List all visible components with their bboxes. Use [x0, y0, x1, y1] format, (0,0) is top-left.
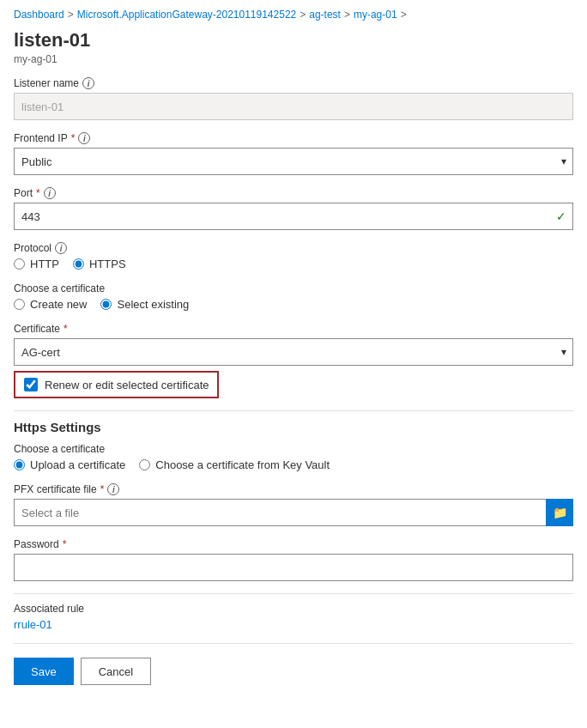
breadcrumb-app-gateway[interactable]: Microsoft.ApplicationGateway-20210119142…	[77, 9, 297, 21]
renew-checkbox-label[interactable]: Renew or edit selected certificate	[45, 379, 209, 391]
page-title: listen-01	[0, 26, 587, 53]
pfx-file-input-wrapper: 📁	[14, 499, 573, 526]
cert-create-new-label: Create new	[30, 298, 87, 311]
pfx-file-input[interactable]	[14, 499, 546, 526]
upload-cert-option[interactable]: Upload a certificate	[14, 458, 125, 471]
folder-icon: 📁	[553, 506, 567, 519]
certificate-select-wrapper: AG-cert ▾	[14, 338, 573, 366]
divider-2	[14, 593, 573, 594]
form-container: Listener name i listen-01 Frontend IP * …	[0, 74, 587, 699]
frontend-ip-label: Frontend IP * i	[14, 132, 573, 144]
protocol-http-label: HTTP	[30, 258, 59, 270]
associated-rule-label: Associated rule	[14, 603, 573, 615]
port-input-wrapper: ✓	[14, 203, 573, 230]
choose-cert-label: Choose a certificate	[14, 282, 573, 294]
protocol-https-radio[interactable]	[73, 258, 84, 270]
https-choose-cert-label: Choose a certificate	[14, 443, 573, 455]
pfx-file-info-icon[interactable]: i	[107, 483, 119, 495]
associated-rule-link[interactable]: rrule-01	[14, 618, 52, 631]
password-label: Password *	[14, 538, 573, 550]
frontend-ip-select-wrapper: Public Private ▾	[14, 148, 573, 175]
breadcrumb-sep-4: >	[401, 9, 407, 21]
listener-name-readonly: listen-01	[14, 93, 573, 120]
port-info-icon[interactable]: i	[44, 187, 56, 199]
frontend-ip-info-icon[interactable]: i	[78, 132, 90, 144]
cert-create-new-option[interactable]: Create new	[14, 298, 87, 311]
cert-create-new-radio[interactable]	[14, 299, 25, 310]
key-vault-cert-radio[interactable]	[139, 459, 150, 470]
certificate-label: Certificate *	[14, 323, 573, 335]
breadcrumb-sep-2: >	[300, 9, 306, 21]
upload-cert-label: Upload a certificate	[30, 458, 125, 471]
breadcrumb-dashboard[interactable]: Dashboard	[14, 9, 64, 21]
renew-checkbox-row: Renew or edit selected certificate	[14, 371, 219, 398]
https-cert-options: Upload a certificate Choose a certificat…	[14, 458, 573, 471]
protocol-group: Protocol i HTTP HTTPS	[14, 242, 573, 270]
breadcrumb-ag-test[interactable]: ag-test	[309, 9, 341, 21]
port-check-icon: ✓	[556, 209, 566, 223]
protocol-http-option[interactable]: HTTP	[14, 258, 59, 270]
protocol-https-label: HTTPS	[89, 258, 126, 270]
associated-rule-group: Associated rule rrule-01	[14, 603, 573, 631]
frontend-ip-group: Frontend IP * i Public Private ▾	[14, 132, 573, 175]
protocol-label: Protocol i	[14, 242, 573, 254]
pfx-file-browse-button[interactable]: 📁	[546, 499, 573, 526]
cert-select-existing-radio[interactable]	[100, 299, 112, 310]
listener-name-info-icon[interactable]: i	[82, 77, 94, 89]
key-vault-cert-label: Choose a certificate from Key Vault	[155, 458, 330, 471]
password-group: Password *	[14, 538, 573, 581]
cert-select-existing-label: Select existing	[117, 298, 189, 311]
cancel-button[interactable]: Cancel	[81, 658, 151, 685]
cert-select-existing-option[interactable]: Select existing	[100, 298, 189, 311]
protocol-options: HTTP HTTPS	[14, 258, 573, 270]
https-settings-heading: Https Settings	[14, 420, 573, 434]
renew-checkbox[interactable]	[24, 378, 38, 391]
action-bar: Save Cancel	[14, 658, 573, 685]
key-vault-cert-option[interactable]: Choose a certificate from Key Vault	[139, 458, 330, 471]
https-settings-section: Https Settings Choose a certificate Uplo…	[14, 420, 573, 471]
protocol-info-icon[interactable]: i	[55, 242, 67, 254]
breadcrumb-my-ag-01[interactable]: my-ag-01	[354, 9, 397, 21]
port-input[interactable]	[14, 203, 573, 230]
port-label: Port * i	[14, 187, 573, 199]
certificate-group: Certificate * AG-cert ▾ Renew or edit se…	[14, 323, 573, 398]
breadcrumb: Dashboard > Microsoft.ApplicationGateway…	[0, 0, 587, 26]
upload-cert-radio[interactable]	[14, 459, 25, 470]
breadcrumb-sep-3: >	[344, 9, 350, 21]
pfx-file-label: PFX certificate file * i	[14, 483, 573, 495]
divider-1	[14, 410, 573, 411]
save-button[interactable]: Save	[14, 658, 74, 685]
pfx-file-group: PFX certificate file * i 📁	[14, 483, 573, 526]
divider-3	[14, 643, 573, 644]
page-subtitle: my-ag-01	[0, 53, 587, 74]
breadcrumb-sep-1: >	[68, 9, 74, 21]
cert-options: Create new Select existing	[14, 298, 573, 311]
certificate-select[interactable]: AG-cert	[14, 338, 573, 366]
protocol-https-option[interactable]: HTTPS	[73, 258, 126, 270]
port-group: Port * i ✓	[14, 187, 573, 230]
protocol-http-radio[interactable]	[14, 258, 25, 270]
choose-cert-group: Choose a certificate Create new Select e…	[14, 282, 573, 311]
password-input[interactable]	[14, 554, 573, 581]
listener-name-group: Listener name i listen-01	[14, 77, 573, 120]
frontend-ip-select[interactable]: Public Private	[14, 148, 573, 175]
listener-name-label: Listener name i	[14, 77, 573, 89]
